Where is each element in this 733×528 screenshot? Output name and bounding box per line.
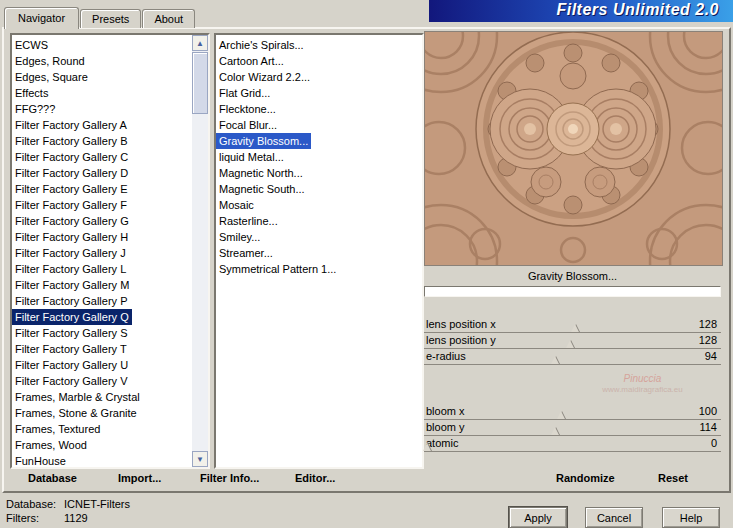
watermark-line2: www.maidiragrafica.eu [564, 384, 721, 395]
category-item[interactable]: Frames, Textured [12, 421, 103, 437]
category-item[interactable]: Frames, Stone & Granite [12, 405, 140, 421]
filter-item[interactable]: Focal Blur... [216, 117, 280, 133]
reset-button[interactable]: Reset [654, 470, 692, 486]
slider-thumb[interactable] [566, 340, 574, 348]
category-item[interactable]: Filter Factory Gallery H [12, 229, 131, 245]
slider-label: lens position x [426, 318, 496, 330]
filter-item[interactable]: Flat Grid... [216, 85, 273, 101]
filter-item[interactable]: Color Wizard 2.2... [216, 69, 313, 85]
slider-value: 128 [699, 318, 717, 330]
slider-label: bloom y [426, 421, 465, 433]
category-item[interactable]: Filter Factory Gallery B [12, 133, 130, 149]
preview-caption: Gravity Blossom... [424, 270, 721, 282]
filter-info-button[interactable]: Filter Info... [196, 470, 263, 486]
filter-item[interactable]: Symmetrical Pattern 1... [216, 261, 339, 277]
editor-button[interactable]: Editor... [291, 470, 339, 486]
category-item[interactable]: Filter Factory Gallery V [12, 373, 130, 389]
slider-label: bloom x [426, 405, 465, 417]
category-item[interactable]: ECWS [12, 37, 51, 53]
filter-item[interactable]: Smiley... [216, 229, 263, 245]
category-item[interactable]: Filter Factory Gallery P [12, 293, 130, 309]
slider-thumb[interactable] [557, 411, 565, 419]
filter-items: Archie's Spirals...Cartoon Art...Color W… [216, 35, 422, 467]
category-listbox: ECWSEdges, RoundEdges, SquareEffectsFFG?… [10, 33, 210, 469]
filter-listbox: Archie's Spirals...Cartoon Art...Color W… [214, 33, 424, 469]
category-item[interactable]: Filter Factory Gallery G [12, 213, 132, 229]
slider-row: bloom x 100 [424, 404, 721, 420]
tab[interactable]: Presets [80, 9, 141, 28]
category-item[interactable]: Filter Factory Gallery Q [12, 309, 132, 325]
slider-thumb[interactable] [423, 443, 431, 451]
scroll-down-icon: ▼ [196, 455, 204, 464]
category-item[interactable]: Filter Factory Gallery F [12, 197, 130, 213]
app-title: Filters Unlimited 2.0 [556, 1, 719, 19]
slider-row: lens position y 128 [424, 333, 721, 349]
category-item[interactable]: FFG??? [12, 101, 58, 117]
status-database-label: Database: [6, 498, 64, 510]
slider-label: lens position y [426, 334, 496, 346]
slider-thumb[interactable] [551, 356, 559, 364]
slider-group-1: lens position x 128 lens position y 128 … [424, 317, 721, 365]
category-item[interactable]: FunHouse [12, 453, 69, 467]
cancel-button[interactable]: Cancel [585, 507, 643, 528]
filter-item[interactable]: Magnetic North... [216, 165, 306, 181]
slider-group-2: bloom x 100 bloom y 114 atomic 0 [424, 404, 721, 452]
tab[interactable]: Navigator [4, 7, 79, 29]
slider-value: 128 [699, 334, 717, 346]
category-scrollbar: ▲ ▼ [192, 35, 208, 467]
import-button[interactable]: Import... [114, 470, 165, 486]
category-item[interactable]: Filter Factory Gallery S [12, 325, 130, 341]
tab-bar: NavigatorPresetsAbout [4, 6, 196, 28]
preview-image [424, 31, 723, 266]
scroll-up-button[interactable]: ▲ [192, 35, 208, 51]
filters-unlimited-window: Filters Unlimited 2.0 NavigatorPresetsAb… [0, 0, 733, 528]
category-item[interactable]: Effects [12, 85, 51, 101]
status-filters-label: Filters: [6, 512, 64, 524]
filter-item[interactable]: liquid Metal... [216, 149, 287, 165]
title-banner: Filters Unlimited 2.0 [429, 0, 733, 22]
category-item[interactable]: Filter Factory Gallery D [12, 165, 131, 181]
filter-item[interactable]: Magnetic South... [216, 181, 308, 197]
category-item[interactable]: Filter Factory Gallery A [12, 117, 130, 133]
randomize-button[interactable]: Randomize [552, 470, 619, 486]
slider-label: e-radius [426, 350, 466, 362]
category-item[interactable]: Frames, Wood [12, 437, 90, 453]
category-item[interactable]: Filter Factory Gallery E [12, 181, 130, 197]
category-item[interactable]: Filter Factory Gallery J [12, 245, 129, 261]
tab[interactable]: About [142, 9, 195, 28]
status-filters: Filters:1129 [6, 512, 88, 524]
fractal-preview-graphic [425, 32, 722, 265]
status-database: Database:ICNET-Filters [6, 498, 130, 510]
slider-value: 94 [705, 350, 717, 362]
apply-button[interactable]: Apply [509, 507, 567, 528]
status-filters-value: 1129 [64, 512, 88, 524]
category-item[interactable]: Edges, Round [12, 53, 88, 69]
slider-value: 114 [699, 421, 717, 433]
help-button[interactable]: Help [662, 507, 720, 528]
category-item[interactable]: Filter Factory Gallery T [12, 341, 130, 357]
category-item[interactable]: Filter Factory Gallery L [12, 261, 129, 277]
category-items: ECWSEdges, RoundEdges, SquareEffectsFFG?… [12, 35, 192, 467]
slider-track[interactable] [424, 451, 721, 452]
filter-item[interactable]: Gravity Blossom... [216, 133, 311, 149]
progress-bar [424, 286, 721, 297]
filter-item[interactable]: Flecktone... [216, 101, 279, 117]
category-item[interactable]: Filter Factory Gallery M [12, 277, 132, 293]
scroll-down-button[interactable]: ▼ [192, 451, 208, 467]
database-button[interactable]: Database [24, 470, 81, 486]
filter-item[interactable]: Mosaic [216, 197, 257, 213]
category-item[interactable]: Filter Factory Gallery C [12, 149, 131, 165]
scrollbar-thumb[interactable] [192, 52, 208, 114]
navigator-page: ECWSEdges, RoundEdges, SquareEffectsFFG?… [2, 27, 731, 493]
filter-item[interactable]: Rasterline... [216, 213, 281, 229]
category-item[interactable]: Edges, Square [12, 69, 91, 85]
filter-item[interactable]: Streamer... [216, 245, 276, 261]
slider-thumb[interactable] [551, 427, 559, 435]
category-item[interactable]: Frames, Marble & Crystal [12, 389, 143, 405]
slider-thumb[interactable] [571, 324, 579, 332]
filter-item[interactable]: Cartoon Art... [216, 53, 287, 69]
filter-item[interactable]: Archie's Spirals... [216, 37, 307, 53]
category-item[interactable]: Filter Factory Gallery U [12, 357, 131, 373]
slider-track[interactable] [424, 364, 721, 365]
slider-row: bloom y 114 [424, 420, 721, 436]
